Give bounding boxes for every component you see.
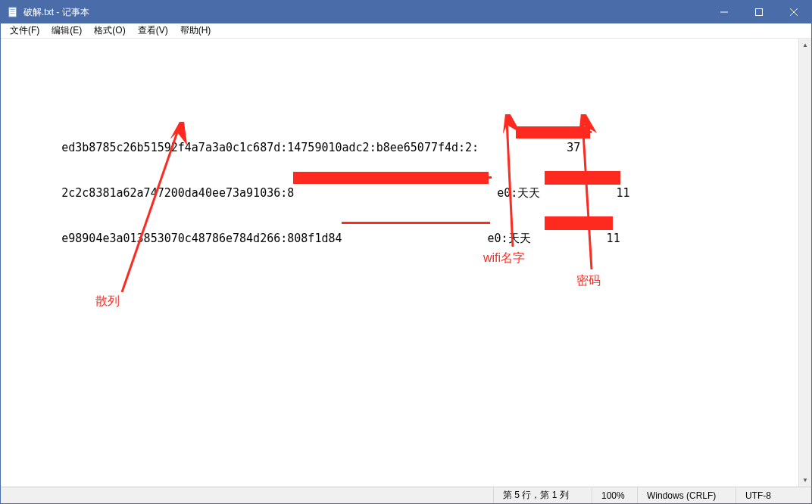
redaction	[342, 222, 490, 224]
line2-mid: e0:天天	[497, 186, 540, 200]
menubar: 文件(F) 编辑(E) 格式(O) 查看(V) 帮助(H)	[1, 23, 811, 39]
status-position: 第 5 行，第 1 列	[493, 487, 592, 503]
redaction	[293, 172, 489, 184]
svg-rect-5	[756, 9, 763, 16]
line1-hash: ed3b8785c26b51592f4a7a3a0c1c687d:1475901…	[61, 141, 479, 154]
vertical-scrollbar[interactable]: ▲ ▼	[798, 39, 811, 487]
scroll-down-icon[interactable]: ▼	[799, 474, 811, 487]
svg-rect-0	[9, 8, 17, 17]
window-title: 破解.txt - 记事本	[23, 6, 707, 19]
titlebar: 破解.txt - 记事本	[1, 1, 811, 23]
text-line-2: 2c2c8381a62a747200da40ee73a91036:8e0:天天1…	[7, 170, 792, 185]
scroll-track[interactable]	[799, 51, 811, 474]
text-editor[interactable]: ed3b8785c26b51592f4a7a3a0c1c687d:1475901…	[1, 39, 798, 487]
text-line-3: e98904e3a013853070c48786e784d266:808f1d8…	[7, 216, 792, 231]
notepad-icon	[7, 6, 19, 18]
redaction	[545, 216, 613, 230]
minimize-button[interactable]	[707, 1, 742, 23]
content-area: ed3b8785c26b51592f4a7a3a0c1c687d:1475901…	[1, 39, 811, 487]
status-line-ending: Windows (CRLF)	[637, 487, 735, 503]
statusbar: 第 5 行，第 1 列 100% Windows (CRLF) UTF-8	[1, 487, 811, 503]
menu-help[interactable]: 帮助(H)	[174, 23, 217, 39]
status-zoom: 100%	[592, 487, 637, 503]
menu-file[interactable]: 文件(F)	[4, 23, 45, 39]
menu-format[interactable]: 格式(O)	[88, 23, 131, 39]
annotation-wifi: wifi名字	[483, 250, 525, 266]
notepad-window: 破解.txt - 记事本 文件(F) 编辑(E) 格式(O) 查看(V) 帮助(…	[0, 0, 812, 504]
close-button[interactable]	[776, 1, 811, 23]
menu-edit[interactable]: 编辑(E)	[45, 23, 88, 39]
annotation-hash: 散列	[95, 294, 120, 309]
maximize-button[interactable]	[742, 1, 776, 23]
annotation-password: 密码	[576, 273, 601, 288]
line2-hash: 2c2c8381a62a747200da40ee73a91036:8	[61, 186, 294, 200]
redaction	[545, 171, 620, 185]
menu-view[interactable]: 查看(V)	[132, 23, 174, 39]
line2-tail: 11	[616, 186, 629, 200]
window-controls	[707, 1, 811, 23]
scroll-up-icon[interactable]: ▲	[799, 39, 811, 51]
line1-tail: 37	[567, 141, 580, 154]
line3-hash: e98904e3a013853070c48786e784d266:808f1d8…	[61, 232, 342, 245]
text-line-1: ed3b8785c26b51592f4a7a3a0c1c687d:1475901…	[7, 125, 792, 140]
line3-tail: 11	[607, 232, 620, 245]
line3-mid: e0:天天	[488, 232, 531, 245]
redaction	[516, 126, 590, 138]
status-encoding: UTF-8	[735, 487, 811, 503]
